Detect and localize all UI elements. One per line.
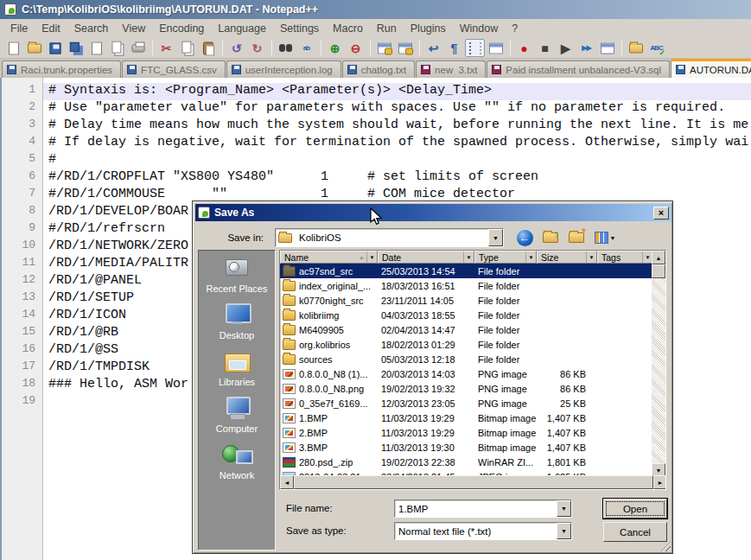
chevron-down-icon[interactable]: ▼ (488, 229, 503, 246)
file-row[interactable]: 0.8.0.0_N8.png19/02/2013 19:32PNG image8… (280, 381, 653, 396)
dialog-titlebar[interactable]: Save As × (195, 204, 671, 221)
file-row[interactable]: ac97snd_src25/03/2013 14:54File folder (280, 264, 653, 278)
back-button[interactable]: ← (514, 228, 535, 247)
menu-language[interactable]: Language (211, 21, 273, 36)
tab-autorun-dat[interactable]: AUTORUN.DAT (671, 59, 751, 78)
place-recent[interactable]: Recent Places (199, 256, 275, 294)
place-computer[interactable]: Computer (199, 396, 275, 434)
word-wrap-button[interactable]: ↩ (423, 39, 443, 57)
column-header-type[interactable]: Type▼ (474, 251, 537, 264)
horizontal-scroll-thumb[interactable] (294, 475, 653, 489)
menu-edit[interactable]: Edit (35, 21, 67, 36)
function-completion-button[interactable]: ϟ (486, 39, 506, 57)
redo-button[interactable]: ↻ (247, 39, 267, 57)
up-one-level-button[interactable]: ↑ (540, 228, 561, 247)
chevron-down-icon[interactable]: ▼ (557, 523, 571, 539)
doc-monitor-button[interactable]: ◉ (626, 39, 646, 57)
menu-[interactable]: ? (505, 21, 525, 36)
spell-check-button[interactable]: ABC✓ (646, 39, 666, 57)
menu-macro[interactable]: Macro (326, 21, 370, 36)
tab-paid-installment-unbalanced-v3-sql[interactable]: Paid installment unbalanced-V3.sql (487, 60, 670, 78)
vertical-scrollbar[interactable]: ▲ ▼ (652, 251, 665, 477)
file-row[interactable]: k0770night_src23/11/2011 14:05File folde… (280, 293, 653, 308)
scroll-left-button[interactable]: ◄ (280, 475, 294, 489)
column-filter-dropdown-icon[interactable]: ▼ (366, 251, 377, 263)
indent-guide-button[interactable] (465, 39, 485, 57)
macro-stop-button[interactable]: ■ (535, 39, 555, 57)
place-libraries[interactable]: Libraries (199, 349, 275, 387)
file-row[interactable]: kolibriimg04/03/2013 18:55File folder (280, 308, 653, 322)
column-filter-dropdown-icon[interactable]: ▼ (525, 251, 536, 263)
menu-encoding[interactable]: Encoding (152, 21, 211, 36)
replace-icon: ab (303, 45, 309, 52)
file-row[interactable]: 2.BMP11/03/2013 19:29Bitmap image1,407 K… (280, 425, 653, 440)
tab-label: Paid installment unbalanced-V3.sql (506, 65, 661, 75)
close-icon[interactable]: × (653, 207, 669, 220)
zoom-out-button[interactable]: ⊖ (346, 39, 366, 57)
column-header-tags[interactable]: Tags▼ (597, 251, 653, 264)
new-file-button[interactable]: + (3, 39, 23, 57)
file-row[interactable]: M640990502/04/2013 14:47File folder (280, 322, 653, 337)
zoom-in-button[interactable]: ⊕ (325, 39, 345, 57)
tab-chatlog-txt[interactable]: chatlog.txt (342, 60, 415, 78)
file-row[interactable]: 0.8.0.0_N8 (1)...20/03/2013 14:03PNG ima… (280, 366, 653, 381)
column-header-name[interactable]: Name▲▼ (280, 251, 378, 264)
macro-record-button[interactable]: ● (514, 39, 534, 57)
close-all-button[interactable]: − (107, 39, 127, 57)
tab-new-3-txt[interactable]: new 3.txt (416, 60, 486, 78)
file-row[interactable]: 280.psd_.zip19/02/2013 22:38WinRAR ZI...… (280, 455, 653, 469)
menu-plugins[interactable]: Plugins (404, 21, 453, 36)
find-button[interactable] (276, 39, 296, 57)
menu-search[interactable]: Search (67, 21, 116, 36)
tab-raci-trunk-properties[interactable]: Raci.trunk.properties (2, 60, 121, 78)
tab-ftc-glass-csv[interactable]: FTC_GLASS.csv (122, 60, 226, 78)
vertical-scroll-thumb[interactable] (652, 264, 665, 278)
menu-run[interactable]: Run (370, 21, 404, 36)
scroll-up-button[interactable]: ▲ (652, 251, 665, 264)
scroll-right-button[interactable]: ► (653, 475, 666, 489)
chevron-down-icon[interactable]: ▼ (557, 500, 571, 517)
views-menu-button[interactable]: ▼ (592, 228, 618, 247)
close-button[interactable]: − (86, 39, 106, 57)
file-row[interactable]: 0_35e7f_6169...12/03/2013 23:05PNG image… (280, 396, 653, 410)
file-row[interactable]: index_original_...18/03/2013 16:51File f… (280, 278, 653, 293)
menu-file[interactable]: File (3, 21, 35, 36)
save-as-type-combobox[interactable]: Normal text file (*.txt) ▼ (394, 522, 572, 540)
save-button[interactable] (45, 39, 65, 57)
column-filter-dropdown-icon[interactable]: ▼ (586, 251, 596, 263)
open-button[interactable]: Open (603, 499, 667, 519)
sync-vertical-button[interactable] (374, 39, 394, 57)
place-desktop[interactable]: Desktop (199, 302, 275, 340)
tab-userinterception-log[interactable]: userInterception.log (226, 60, 341, 78)
open-file-button[interactable] (24, 39, 44, 57)
cut-button[interactable]: ✂ (156, 39, 176, 57)
menu-window[interactable]: Window (453, 21, 505, 36)
window-titlebar[interactable]: C:\Temp\KolibriOS\kolibriimg\AUTORUN.DAT… (0, 0, 751, 19)
new-folder-button[interactable]: * (566, 228, 587, 247)
macro-play-button[interactable]: ▶ (556, 39, 576, 57)
horizontal-scrollbar[interactable]: ◄ ► (280, 475, 666, 489)
save-in-combobox[interactable]: KolibriOS ▼ (275, 228, 504, 247)
file-row[interactable]: sources05/03/2013 12:18File folder (280, 352, 653, 366)
copy-button[interactable] (177, 39, 197, 57)
menu-settings[interactable]: Settings (273, 21, 326, 36)
place-network[interactable]: Network (199, 442, 275, 480)
macro-run-multiple-button[interactable]: ▶▶ (576, 39, 596, 57)
sync-horizontal-button[interactable] (395, 39, 415, 57)
file-row[interactable]: 3.BMP11/03/2013 19:30Bitmap image1,407 K… (280, 440, 653, 455)
column-header-size[interactable]: Size▼ (537, 251, 597, 264)
file-name-combobox[interactable]: 1.BMP ▼ (394, 500, 572, 518)
save-all-button[interactable] (66, 39, 86, 57)
macro-save-button[interactable]: ▤ (597, 39, 617, 57)
print-button[interactable] (128, 39, 148, 57)
show-all-chars-button[interactable]: ¶ (444, 39, 464, 57)
replace-button[interactable]: ab (296, 39, 316, 57)
file-row[interactable]: org.kolibrios18/02/2013 01:29File folder (280, 337, 653, 352)
undo-button[interactable]: ↺ (226, 39, 246, 57)
column-header-date[interactable]: Date▼ (378, 251, 474, 264)
cancel-button[interactable]: Cancel (603, 522, 667, 542)
file-row[interactable]: 1.BMP11/03/2013 19:29Bitmap image1,407 K… (280, 410, 653, 425)
menu-view[interactable]: View (115, 21, 152, 36)
paste-button[interactable] (198, 39, 218, 57)
column-filter-dropdown-icon[interactable]: ▼ (463, 251, 474, 263)
